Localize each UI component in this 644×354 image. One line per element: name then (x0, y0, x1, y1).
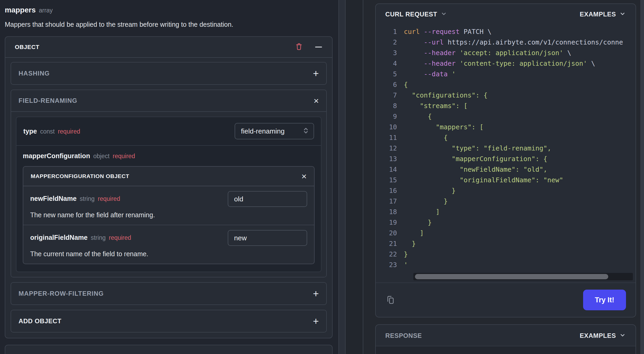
new-field-name: newFieldName (30, 195, 77, 202)
request-examples-dropdown[interactable]: EXAMPLES (580, 10, 626, 18)
new-field-kind: string (80, 195, 95, 202)
object-card-header: OBJECT (5, 37, 332, 58)
schema-panel: mappers array Mappers that should be app… (0, 0, 339, 354)
collapse-object-button[interactable] (315, 47, 322, 47)
code-line: 19 } (385, 217, 636, 228)
docs-column-scrollbar[interactable] (339, 0, 346, 354)
code-line: 18 ] (385, 207, 636, 217)
new-field-name-input[interactable] (228, 191, 307, 207)
new-field-required-badge: required (98, 195, 120, 202)
column-gutter (346, 0, 363, 354)
code-line: 17 } (385, 196, 636, 207)
original-field-name: originalFieldName (30, 234, 88, 241)
mapper-configuration-label: mapperConfiguration object required (23, 152, 315, 160)
code-line: 15 "originalFieldName": "new" (385, 175, 636, 185)
object-card-actions (294, 42, 322, 52)
code-line: 7 "configurations": { (385, 90, 636, 101)
curl-request-card: CURL REQUEST EXAMPLES 1curl --request PA… (375, 3, 636, 317)
page-vertical-scrollbar[interactable] (640, 0, 644, 354)
original-field-name-row: originalFieldName string required The cu… (23, 225, 314, 264)
code-line: 16 } (385, 185, 636, 196)
stepper-icon (302, 127, 310, 136)
response-examples-label: EXAMPLES (580, 332, 616, 339)
code-line: 6{ (385, 79, 636, 90)
new-field-description: The new name for the field after renamin… (30, 211, 307, 219)
mapper-configuration-name: mapperConfiguration (23, 152, 90, 160)
type-select-value: field-renaming (241, 127, 285, 135)
code-block: 1curl --request PATCH \2 --url https://a… (376, 23, 636, 280)
field-renaming-label: FIELD-RENAMING (19, 97, 77, 104)
code-line: 2 --url https://api.airbyte.com/v1/conne… (385, 37, 636, 48)
plus-icon[interactable]: + (313, 289, 319, 299)
code-horizontal-scrollbar-thumb[interactable] (415, 274, 608, 279)
curl-request-footer: Try It! (376, 282, 636, 317)
mapper-configuration-card-header: MAPPERCONFIGURATION OBJECT × (23, 167, 314, 186)
code-line: 4 --header 'content-type: application/js… (385, 58, 636, 69)
code-line: 12 "type": "field-renaming", (385, 143, 636, 154)
field-renaming-form: type const required field-renaming (16, 117, 321, 272)
trash-icon (294, 42, 303, 52)
field-description: Mappers that should be applied to the st… (5, 21, 333, 28)
code-line: 1curl --request PATCH \ (385, 26, 636, 37)
type-select[interactable]: field-renaming (235, 123, 314, 139)
add-object-inner-label: ADD OBJECT (19, 317, 61, 325)
mapper-configuration-kind: object (93, 153, 109, 160)
new-field-name-label: newFieldName string required (30, 195, 120, 202)
try-it-button[interactable]: Try It! (583, 290, 626, 310)
field-type: array (39, 7, 53, 14)
code-horizontal-scrollbar (413, 273, 633, 280)
type-field-label: type const required (23, 127, 80, 135)
field-name: mappers (5, 6, 36, 14)
object-card: OBJECT HASHING (5, 36, 333, 338)
code-line: 21 } (385, 238, 636, 249)
type-name: type (23, 127, 37, 135)
type-required-badge: required (58, 128, 80, 135)
hashing-label: HASHING (19, 70, 50, 77)
chevron-down-icon (619, 10, 626, 18)
field-renaming-body: type const required field-renaming (11, 112, 326, 277)
response-header: RESPONSE EXAMPLES (376, 325, 636, 346)
add-object-inner-row[interactable]: ADD OBJECT + (11, 310, 327, 333)
add-object-outer-row[interactable]: ADD OBJECT + (5, 345, 333, 354)
field-heading: mappers array (5, 6, 333, 14)
plus-icon[interactable]: + (313, 316, 319, 326)
code-lines: 1curl --request PATCH \2 --url https://a… (385, 26, 636, 270)
mapper-configuration-card: MAPPERCONFIGURATION OBJECT × newFieldNam… (23, 166, 315, 264)
code-line: 3 --header 'accept: application/json' \ (385, 48, 636, 58)
mapper-row-filtering-section-row[interactable]: MAPPER-ROW-FILTERING + (11, 282, 327, 305)
code-line: 22} (385, 249, 636, 260)
plus-icon[interactable]: + (319, 353, 325, 354)
mapper-configuration-section: mapperConfiguration object required MAPP… (16, 146, 321, 272)
delete-object-button[interactable] (294, 42, 303, 52)
response-card: RESPONSE EXAMPLES (375, 324, 636, 354)
response-body (376, 346, 636, 354)
copy-icon (385, 295, 395, 306)
code-line: 23' (385, 260, 636, 270)
original-field-required-badge: required (109, 234, 131, 241)
curl-request-dropdown[interactable]: CURL REQUEST (385, 10, 447, 18)
code-line: 9 { (385, 111, 636, 122)
original-field-description: The current name of the field to rename. (30, 250, 307, 258)
chevron-down-icon (440, 10, 447, 18)
mapper-row-filtering-label: MAPPER-ROW-FILTERING (19, 290, 104, 297)
mapper-configuration-card-title: MAPPERCONFIGURATION OBJECT (31, 173, 129, 179)
code-line: 8 "streams": [ (385, 101, 636, 111)
curl-request-title: CURL REQUEST (385, 11, 437, 18)
new-field-name-row: newFieldName string required The new nam… (23, 186, 314, 225)
close-icon[interactable]: × (314, 96, 319, 105)
plus-icon[interactable]: + (313, 68, 319, 78)
close-icon[interactable]: × (301, 172, 307, 181)
copy-code-button[interactable] (385, 295, 395, 306)
response-title: RESPONSE (385, 332, 422, 339)
code-line: 20 ] (385, 228, 636, 238)
field-renaming-header[interactable]: FIELD-RENAMING × (11, 90, 326, 112)
code-line: 10 "mappers": [ (385, 122, 636, 132)
object-card-body: HASHING + FIELD-RENAMING × type const re… (5, 58, 332, 338)
code-line: 14 "newFieldName": "old", (385, 164, 636, 175)
field-renaming-card: FIELD-RENAMING × type const required f (11, 90, 327, 277)
hashing-section-row[interactable]: HASHING + (11, 62, 327, 85)
type-kind: const (40, 128, 55, 135)
original-field-name-label: originalFieldName string required (30, 234, 131, 241)
original-field-name-input[interactable] (228, 230, 307, 246)
response-examples-dropdown[interactable]: EXAMPLES (580, 332, 626, 339)
